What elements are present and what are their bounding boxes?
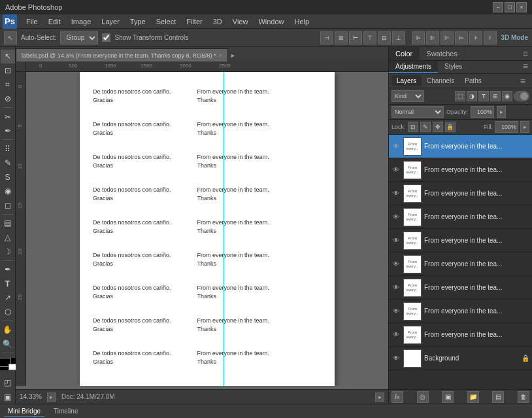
layer-visibility-eye[interactable]: 👁 [391, 213, 401, 222]
layer-item[interactable]: 👁 Fromevery... From everyone in the tea.… [389, 135, 532, 158]
lock-move-btn[interactable]: ✥ [433, 122, 443, 132]
canvas-tab-main[interactable]: labels.psd @ 14.3% (From everyone in the… [16, 48, 228, 61]
layer-item[interactable]: 👁 Fromevery... From everyone in the tea.… [389, 323, 532, 347]
layer-visibility-eye[interactable]: 👁 [391, 307, 401, 316]
layer-visibility-eye[interactable]: 👁 [391, 330, 401, 340]
align-left-icon[interactable]: ⊣ [320, 31, 333, 44]
tab-styles[interactable]: Styles [438, 61, 469, 73]
filter-type-icon[interactable]: T [478, 91, 489, 101]
blur-tool[interactable]: △ [1, 231, 15, 245]
path-select-tool[interactable]: ↗ [1, 291, 15, 305]
menu-type[interactable]: Type [125, 16, 151, 27]
layer-add-style-button[interactable]: ◎ [417, 391, 429, 403]
layer-item[interactable]: 👁 Fromevery... From everyone in the tea.… [389, 158, 532, 182]
layer-item[interactable]: 👁 Fromevery... From everyone in the tea.… [389, 300, 532, 323]
move-tool[interactable]: ↖ [1, 50, 15, 63]
lasso-tool[interactable]: ⌗ [1, 78, 15, 92]
maximize-button[interactable]: □ [505, 2, 515, 12]
layer-item[interactable]: 👁 Fromevery... From everyone in the tea.… [389, 182, 532, 205]
layer-new-group-button[interactable]: 📁 [467, 391, 479, 403]
layer-visibility-eye[interactable]: 👁 [391, 189, 401, 198]
eyedropper-tool[interactable]: ✒ [1, 124, 15, 138]
layer-new-button[interactable]: ▤ [492, 391, 504, 403]
dist6-icon[interactable]: ⊦ [484, 31, 497, 44]
menu-select[interactable]: Select [151, 16, 182, 27]
filter-smart-icon[interactable]: ◉ [502, 91, 512, 101]
hand-tool[interactable]: ✋ [1, 323, 15, 337]
canvas-scroll-right-btn[interactable]: ▸ [375, 392, 384, 402]
dist2-icon[interactable]: ⊪ [426, 31, 439, 44]
tab-color[interactable]: Color [389, 47, 420, 60]
layer-item[interactable]: 👁 Fromevery... From everyone in the tea.… [389, 253, 532, 276]
layer-fx-button[interactable]: fx [391, 391, 403, 403]
layer-item-background[interactable]: 👁 Background 🔒 [389, 347, 532, 370]
align-center-h-icon[interactable]: ⊞ [335, 31, 348, 44]
lock-all-btn[interactable]: 🔒 [445, 122, 456, 132]
marquee-tool[interactable]: ⊡ [1, 64, 15, 78]
minimize-button[interactable]: − [493, 2, 503, 12]
tab-adjustments[interactable]: Adjustments [389, 61, 438, 73]
dist5-icon[interactable]: ⊧ [469, 31, 482, 44]
layer-visibility-eye[interactable]: 👁 [391, 283, 401, 292]
filter-adjust-icon[interactable]: ◑ [467, 91, 477, 101]
fill-value[interactable] [495, 121, 518, 133]
align-right-icon[interactable]: ⊢ [349, 31, 362, 44]
layer-item[interactable]: 👁 Fromevery... From everyone in the tea.… [389, 205, 532, 229]
opacity-value[interactable] [471, 106, 494, 118]
auto-select-dropdown[interactable]: Group Layer [60, 31, 98, 44]
text-tool[interactable]: T [1, 277, 15, 290]
tool-icon[interactable]: ↖ [4, 31, 17, 44]
zoom-tool[interactable]: 🔍 [1, 338, 15, 351]
lock-position-btn[interactable]: ⊡ [408, 122, 418, 132]
layer-delete-button[interactable]: 🗑 [518, 391, 529, 403]
tab-arrow-btn[interactable]: ▸ [228, 48, 239, 61]
menu-edit[interactable]: Edit [43, 16, 66, 27]
layer-visibility-eye[interactable]: 👁 [391, 260, 401, 269]
menu-help[interactable]: Help [290, 16, 315, 27]
align-bottom-icon[interactable]: ⊥ [392, 31, 405, 44]
quick-mask-tool[interactable]: ◰ [1, 376, 15, 390]
filter-pixel-icon[interactable]: ⬚ [455, 91, 465, 101]
dist4-icon[interactable]: ⊨ [455, 31, 468, 44]
filter-toggle[interactable] [514, 91, 529, 101]
blend-mode-select[interactable]: Normal Multiply Screen Overlay [391, 106, 444, 118]
panel-options-color[interactable]: ≡ [519, 48, 532, 59]
tab-mini-bridge[interactable]: Mini Bridge [4, 406, 44, 417]
menu-3d[interactable]: 3D [208, 16, 227, 27]
layer-add-mask-button[interactable]: ▣ [442, 391, 454, 403]
menu-filter[interactable]: Filter [181, 16, 207, 27]
screen-mode-tool[interactable]: ▣ [1, 390, 15, 404]
lock-paint-btn[interactable]: ✎ [420, 122, 431, 132]
layer-visibility-eye[interactable]: 👁 [391, 142, 401, 151]
healing-tool[interactable]: ⠿ [1, 142, 15, 156]
tab-timeline[interactable]: Timeline [50, 406, 82, 416]
zoom-btn[interactable]: ▸ [47, 392, 56, 402]
menu-window[interactable]: Window [253, 16, 289, 27]
tab-channels[interactable]: Channels [422, 75, 459, 86]
gradient-tool[interactable]: ▤ [1, 217, 15, 230]
quick-select-tool[interactable]: ⊘ [1, 92, 15, 106]
eraser-tool[interactable]: ◻ [1, 199, 15, 213]
opacity-arrow-btn[interactable]: ▸ [497, 106, 506, 118]
close-button[interactable]: × [516, 2, 527, 12]
fill-arrow-btn[interactable]: ▸ [520, 121, 529, 133]
layer-visibility-eye[interactable]: 👁 [391, 165, 401, 175]
tab-layers[interactable]: Layers [391, 75, 422, 86]
layer-kind-select[interactable]: Kind Name Effect [391, 90, 424, 102]
menu-view[interactable]: View [227, 16, 254, 27]
history-tool[interactable]: ◉ [1, 184, 15, 198]
tab-swatches[interactable]: Swatches [420, 47, 465, 60]
layer-item[interactable]: 👁 Fromevery... From everyone in the tea.… [389, 276, 532, 300]
layer-item[interactable]: 👁 Fromevery... From everyone in the tea.… [389, 229, 532, 253]
menu-image[interactable]: Image [66, 16, 97, 27]
dist3-icon[interactable]: ⊩ [441, 31, 454, 44]
panel-options-adjustments[interactable]: ≡ [519, 61, 532, 73]
layer-visibility-eye[interactable]: 👁 [391, 236, 401, 245]
dist1-icon[interactable]: ⊫ [412, 31, 425, 44]
dodge-tool[interactable]: ☽ [1, 245, 15, 258]
filter-shape-icon[interactable]: ⊞ [490, 91, 501, 101]
foreground-color[interactable] [0, 358, 18, 370]
menu-file[interactable]: File [21, 16, 43, 27]
tab-paths[interactable]: Paths [459, 75, 487, 86]
menu-layer[interactable]: Layer [96, 16, 125, 27]
